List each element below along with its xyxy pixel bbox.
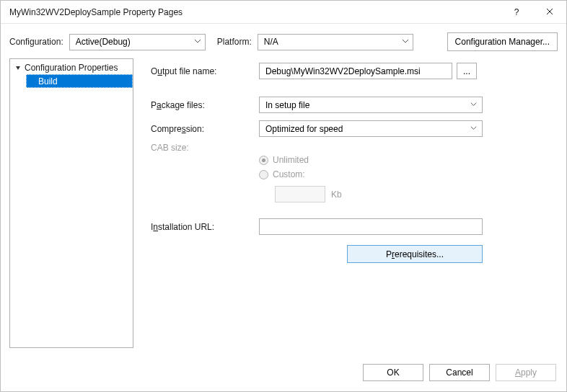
form-panel: Output file name: ... Package files: Com…	[141, 58, 558, 348]
platform-dropdown[interactable]	[258, 34, 413, 50]
installation-url-label: Installation URL:	[151, 222, 259, 232]
close-icon	[546, 7, 553, 17]
compression-label: Compression:	[151, 124, 259, 134]
configuration-manager-button[interactable]: Configuration Manager...	[447, 32, 558, 51]
package-files-label: Package files:	[151, 100, 259, 110]
browse-button[interactable]: ...	[457, 63, 477, 79]
package-files-value[interactable]	[259, 97, 483, 113]
prerequisites-row: Prerequisites...	[151, 245, 550, 263]
apply-button: Apply	[496, 364, 556, 381]
compression-value[interactable]	[259, 120, 483, 137]
close-button[interactable]	[533, 1, 566, 24]
compression-dropdown[interactable]	[259, 120, 483, 137]
cab-custom-label: Custom:	[273, 169, 305, 179]
tree-root-label: Configuration Properties	[25, 63, 118, 73]
radio-icon	[259, 156, 268, 165]
expand-icon[interactable]	[14, 65, 22, 71]
tree-item-build[interactable]: Build	[26, 74, 133, 88]
cab-custom-radio: Custom:	[259, 167, 550, 182]
installation-url-row: Installation URL:	[151, 218, 550, 235]
tree-root[interactable]: Configuration Properties	[10, 61, 133, 74]
cab-kb-input	[275, 186, 325, 202]
cab-unlimited-radio: Unlimited	[259, 153, 550, 167]
cab-unlimited-label: Unlimited	[273, 155, 309, 165]
titlebar: MyWin32WV2DeploySample Property Pages ?	[1, 1, 566, 24]
platform-label: Platform:	[217, 37, 252, 47]
output-file-label: Output file name:	[151, 66, 259, 76]
properties-tree[interactable]: Configuration Properties Build	[9, 58, 133, 348]
compression-row: Compression:	[151, 120, 550, 137]
package-files-row: Package files:	[151, 97, 550, 113]
window-title: MyWin32WV2DeploySample Property Pages	[9, 7, 500, 17]
help-button[interactable]: ?	[500, 1, 533, 24]
cab-size-radio-group: Unlimited Custom:	[151, 153, 550, 182]
config-row: Configuration: Platform: Configuration M…	[1, 24, 566, 58]
configuration-label: Configuration:	[9, 37, 63, 47]
cab-kb-label: Kb	[331, 190, 342, 200]
configuration-dropdown[interactable]	[69, 34, 206, 50]
dialog-footer: OK Cancel Apply	[1, 355, 566, 391]
property-pages-dialog: MyWin32WV2DeploySample Property Pages ? …	[0, 0, 567, 392]
package-files-dropdown[interactable]	[259, 97, 483, 113]
tree-item-build-label: Build	[38, 76, 58, 86]
output-file-row: Output file name: ...	[151, 63, 550, 79]
cab-size-label: CAB size:	[151, 143, 259, 153]
prerequisites-button[interactable]: Prerequisites...	[347, 245, 483, 263]
platform-value[interactable]	[258, 34, 413, 50]
output-file-input[interactable]	[259, 63, 452, 79]
dialog-body: Configuration Properties Build Output fi…	[1, 58, 566, 355]
configuration-value[interactable]	[69, 34, 206, 50]
cab-kb-row: Kb	[151, 186, 550, 202]
radio-icon	[259, 170, 268, 179]
cab-size-row: CAB size:	[151, 143, 550, 153]
installation-url-input[interactable]	[259, 218, 483, 235]
ok-button[interactable]: OK	[363, 364, 423, 381]
cancel-button[interactable]: Cancel	[429, 364, 490, 381]
